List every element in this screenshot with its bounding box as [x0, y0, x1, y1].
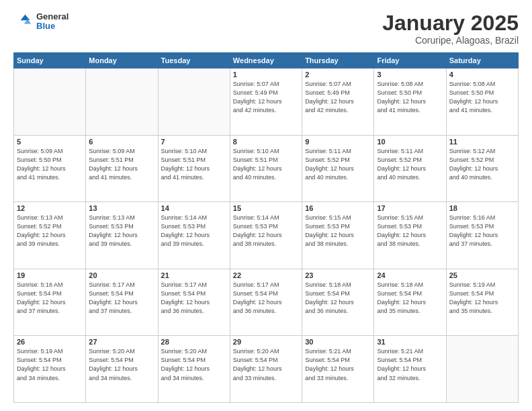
- day-info: Sunrise: 5:20 AMSunset: 5:54 PMDaylight:…: [233, 347, 299, 382]
- calendar-cell: 14Sunrise: 5:14 AMSunset: 5:53 PMDayligh…: [158, 202, 230, 269]
- day-info: Sunrise: 5:17 AMSunset: 5:54 PMDaylight:…: [161, 281, 227, 316]
- calendar-cell: 17Sunrise: 5:15 AMSunset: 5:53 PMDayligh…: [374, 202, 446, 269]
- day-info: Sunrise: 5:19 AMSunset: 5:54 PMDaylight:…: [17, 347, 83, 382]
- day-number: 30: [305, 338, 371, 346]
- day-number: 6: [89, 138, 154, 146]
- day-info: Sunrise: 5:16 AMSunset: 5:53 PMDaylight:…: [449, 214, 515, 248]
- calendar-cell: 24Sunrise: 5:18 AMSunset: 5:54 PMDayligh…: [374, 269, 446, 336]
- day-info: Sunrise: 5:10 AMSunset: 5:51 PMDaylight:…: [161, 147, 227, 182]
- day-number: 12: [17, 204, 83, 212]
- calendar-cell: 27Sunrise: 5:20 AMSunset: 5:54 PMDayligh…: [86, 336, 158, 403]
- calendar-cell: 12Sunrise: 5:13 AMSunset: 5:52 PMDayligh…: [14, 202, 86, 269]
- day-number: 8: [233, 138, 299, 146]
- day-info: Sunrise: 5:09 AMSunset: 5:50 PMDaylight:…: [17, 147, 83, 182]
- logo-general-label: General: [36, 12, 69, 21]
- calendar-cell: 7Sunrise: 5:10 AMSunset: 5:51 PMDaylight…: [158, 135, 230, 202]
- calendar-cell: 29Sunrise: 5:20 AMSunset: 5:54 PMDayligh…: [230, 336, 302, 403]
- svg-marker-0: [21, 15, 30, 21]
- calendar-week-row: 19Sunrise: 5:16 AMSunset: 5:54 PMDayligh…: [14, 269, 519, 336]
- day-info: Sunrise: 5:14 AMSunset: 5:53 PMDaylight:…: [161, 214, 227, 248]
- day-info: Sunrise: 5:13 AMSunset: 5:52 PMDaylight:…: [17, 214, 83, 248]
- calendar-cell: 21Sunrise: 5:17 AMSunset: 5:54 PMDayligh…: [158, 269, 230, 336]
- day-number: 29: [233, 338, 299, 346]
- calendar-cell: 13Sunrise: 5:13 AMSunset: 5:53 PMDayligh…: [86, 202, 158, 269]
- day-number: 31: [377, 338, 443, 346]
- day-number: 16: [305, 204, 371, 212]
- day-info: Sunrise: 5:18 AMSunset: 5:54 PMDaylight:…: [377, 281, 443, 316]
- day-info: Sunrise: 5:07 AMSunset: 5:49 PMDaylight:…: [305, 80, 371, 115]
- day-info: Sunrise: 5:12 AMSunset: 5:52 PMDaylight:…: [449, 147, 515, 182]
- day-number: 21: [161, 271, 227, 279]
- day-number: 11: [449, 138, 515, 146]
- calendar-cell: 22Sunrise: 5:17 AMSunset: 5:54 PMDayligh…: [230, 269, 302, 336]
- calendar-cell: 25Sunrise: 5:19 AMSunset: 5:54 PMDayligh…: [446, 269, 518, 336]
- day-number: 9: [305, 138, 371, 146]
- calendar-cell: 3Sunrise: 5:08 AMSunset: 5:50 PMDaylight…: [374, 68, 446, 136]
- logo-text: General Blue: [36, 12, 69, 32]
- logo-icon: [13, 12, 32, 31]
- calendar-week-row: 1Sunrise: 5:07 AMSunset: 5:49 PMDaylight…: [14, 68, 519, 136]
- calendar-week-row: 12Sunrise: 5:13 AMSunset: 5:52 PMDayligh…: [14, 202, 519, 269]
- calendar-cell: 15Sunrise: 5:14 AMSunset: 5:53 PMDayligh…: [230, 202, 302, 269]
- calendar-cell: 9Sunrise: 5:11 AMSunset: 5:52 PMDaylight…: [302, 135, 374, 202]
- day-info: Sunrise: 5:18 AMSunset: 5:54 PMDaylight:…: [305, 281, 371, 316]
- day-info: Sunrise: 5:13 AMSunset: 5:53 PMDaylight:…: [89, 214, 154, 248]
- page: General Blue January 2025 Coruripe, Alag…: [0, 0, 532, 411]
- calendar-cell: 19Sunrise: 5:16 AMSunset: 5:54 PMDayligh…: [14, 269, 86, 336]
- day-number: 13: [89, 204, 154, 212]
- day-info: Sunrise: 5:15 AMSunset: 5:53 PMDaylight:…: [305, 214, 371, 248]
- day-info: Sunrise: 5:17 AMSunset: 5:54 PMDaylight:…: [233, 281, 299, 316]
- day-number: 14: [161, 204, 227, 212]
- calendar-cell: 11Sunrise: 5:12 AMSunset: 5:52 PMDayligh…: [446, 135, 518, 202]
- weekday-header-cell: Thursday: [302, 53, 374, 68]
- weekday-header-cell: Sunday: [14, 53, 86, 68]
- day-number: 19: [17, 271, 83, 279]
- calendar-cell: 18Sunrise: 5:16 AMSunset: 5:53 PMDayligh…: [446, 202, 518, 269]
- calendar-cell: 8Sunrise: 5:10 AMSunset: 5:51 PMDaylight…: [230, 135, 302, 202]
- logo-blue-label: Blue: [36, 21, 69, 31]
- logo: General Blue: [13, 12, 69, 32]
- day-info: Sunrise: 5:20 AMSunset: 5:54 PMDaylight:…: [89, 347, 154, 382]
- day-number: 3: [377, 71, 443, 79]
- day-number: 18: [449, 204, 515, 212]
- day-number: 23: [305, 271, 371, 279]
- calendar-cell: 10Sunrise: 5:11 AMSunset: 5:52 PMDayligh…: [374, 135, 446, 202]
- day-number: 17: [377, 204, 443, 212]
- weekday-header-cell: Saturday: [446, 53, 518, 68]
- day-info: Sunrise: 5:10 AMSunset: 5:51 PMDaylight:…: [233, 147, 299, 182]
- day-number: 2: [305, 71, 371, 79]
- day-info: Sunrise: 5:17 AMSunset: 5:54 PMDaylight:…: [89, 281, 154, 316]
- calendar-cell: [158, 68, 230, 136]
- calendar-cell: 30Sunrise: 5:21 AMSunset: 5:54 PMDayligh…: [302, 336, 374, 403]
- day-number: 20: [89, 271, 154, 279]
- day-number: 26: [17, 338, 83, 346]
- day-info: Sunrise: 5:08 AMSunset: 5:50 PMDaylight:…: [449, 80, 515, 115]
- weekday-header-cell: Wednesday: [230, 53, 302, 68]
- day-number: 5: [17, 138, 83, 146]
- calendar-cell: 26Sunrise: 5:19 AMSunset: 5:54 PMDayligh…: [14, 336, 86, 403]
- day-number: 25: [449, 271, 515, 279]
- calendar-week-row: 26Sunrise: 5:19 AMSunset: 5:54 PMDayligh…: [14, 336, 519, 403]
- weekday-header-cell: Tuesday: [158, 53, 230, 68]
- weekday-header-cell: Monday: [86, 53, 158, 68]
- day-info: Sunrise: 5:19 AMSunset: 5:54 PMDaylight:…: [449, 281, 515, 316]
- calendar-cell: 31Sunrise: 5:21 AMSunset: 5:54 PMDayligh…: [374, 336, 446, 403]
- calendar-cell: 20Sunrise: 5:17 AMSunset: 5:54 PMDayligh…: [86, 269, 158, 336]
- day-number: 1: [233, 71, 299, 79]
- calendar-cell: 5Sunrise: 5:09 AMSunset: 5:50 PMDaylight…: [14, 135, 86, 202]
- day-info: Sunrise: 5:09 AMSunset: 5:51 PMDaylight:…: [89, 147, 154, 182]
- calendar-cell: [14, 68, 86, 136]
- calendar-cell: 2Sunrise: 5:07 AMSunset: 5:49 PMDaylight…: [302, 68, 374, 136]
- day-info: Sunrise: 5:20 AMSunset: 5:54 PMDaylight:…: [161, 347, 227, 382]
- calendar-cell: 23Sunrise: 5:18 AMSunset: 5:54 PMDayligh…: [302, 269, 374, 336]
- day-info: Sunrise: 5:15 AMSunset: 5:53 PMDaylight:…: [377, 214, 443, 248]
- weekday-header-row: SundayMondayTuesdayWednesdayThursdayFrid…: [14, 53, 519, 68]
- day-info: Sunrise: 5:14 AMSunset: 5:53 PMDaylight:…: [233, 214, 299, 248]
- calendar-cell: 1Sunrise: 5:07 AMSunset: 5:49 PMDaylight…: [230, 68, 302, 136]
- day-number: 22: [233, 271, 299, 279]
- calendar-cell: 6Sunrise: 5:09 AMSunset: 5:51 PMDaylight…: [86, 135, 158, 202]
- calendar-cell: [446, 336, 518, 403]
- day-number: 7: [161, 138, 227, 146]
- day-info: Sunrise: 5:07 AMSunset: 5:49 PMDaylight:…: [233, 80, 299, 115]
- calendar-cell: 28Sunrise: 5:20 AMSunset: 5:54 PMDayligh…: [158, 336, 230, 403]
